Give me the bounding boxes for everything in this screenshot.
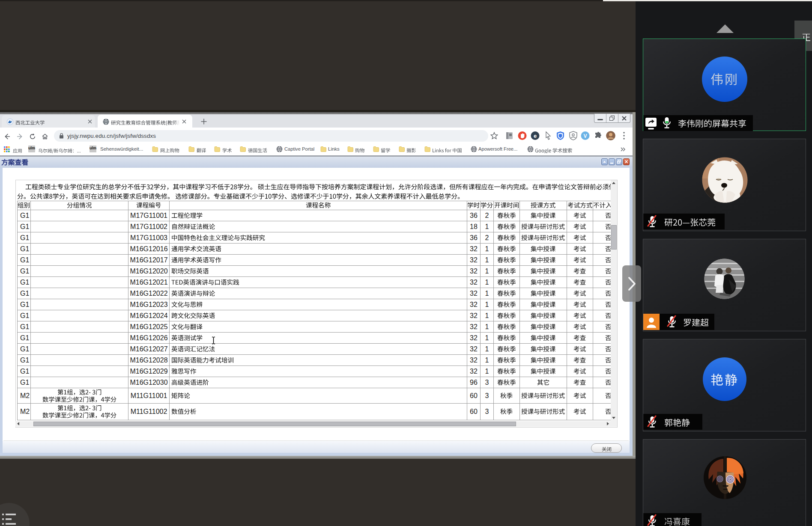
svg-text:V: V [583, 133, 587, 139]
svg-text:e: e [534, 133, 537, 139]
